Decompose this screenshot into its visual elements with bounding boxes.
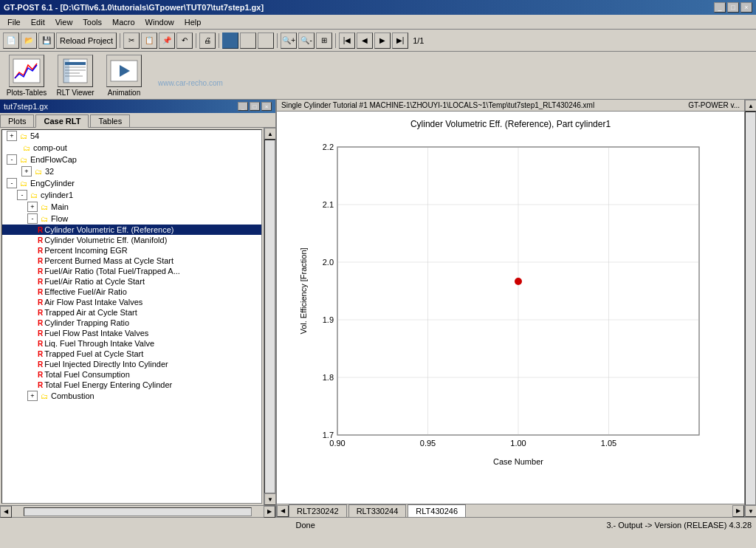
animation-icon-item[interactable]: Animation bbox=[102, 55, 146, 97]
save-btn[interactable]: 💾 bbox=[38, 32, 55, 49]
tree-label-engcylinder: EngCylinder bbox=[30, 179, 75, 188]
tree-item-cylinder1[interactable]: - 🗂 cylinder1 bbox=[2, 189, 261, 201]
tree-result-trap-ratio[interactable]: R Cylinder Trapping Ratio bbox=[2, 318, 261, 328]
tree-item-54[interactable]: + 🗂 54 bbox=[2, 130, 261, 142]
panel-close[interactable]: × bbox=[261, 102, 272, 111]
copy-btn[interactable]: 📋 bbox=[141, 32, 157, 49]
paste-btn[interactable]: 📌 bbox=[159, 32, 175, 49]
tree-item-combustion[interactable]: + 🗂 Combustion bbox=[2, 390, 261, 402]
tree-item-comp-out[interactable]: 🗂 comp-out bbox=[2, 142, 261, 154]
menu-edit[interactable]: Edit bbox=[27, 17, 49, 27]
rlt-viewer-icon[interactable] bbox=[58, 55, 93, 87]
close-button[interactable]: × bbox=[740, 2, 752, 13]
chart-tab-rlt430246[interactable]: RLT430246 bbox=[408, 504, 466, 517]
chart-tab-rlt230242[interactable]: RLT230242 bbox=[289, 504, 347, 517]
scroll-up-btn[interactable]: ▲ bbox=[264, 128, 275, 140]
tree-label-pct-burned: Percent Burned Mass at Cycle Start bbox=[44, 256, 173, 265]
tab-plots[interactable]: Plots bbox=[0, 114, 34, 127]
expand-main[interactable]: + bbox=[27, 202, 38, 212]
cut-btn[interactable]: ✂ bbox=[123, 32, 140, 49]
expand-endflowcap[interactable]: - bbox=[7, 154, 17, 165]
tree-result-cyl-vol-man[interactable]: R Cylinder Volumetric Eff. (Manifold) bbox=[2, 235, 261, 245]
tab-tables[interactable]: Tables bbox=[90, 114, 130, 127]
scroll-down-btn[interactable]: ▼ bbox=[264, 493, 275, 505]
view2-btn[interactable] bbox=[240, 32, 256, 49]
tree-result-pct-egr[interactable]: R Percent Incoming EGR bbox=[2, 245, 261, 256]
tree-result-eff-far[interactable]: R Effective Fuel/Air Ratio bbox=[2, 287, 261, 297]
rlt-viewer-icon-item[interactable]: RLT Viewer bbox=[53, 55, 97, 97]
zoom-out[interactable]: 🔍- bbox=[298, 32, 315, 49]
tree-result-total-fuel[interactable]: R Total Fuel Consumption bbox=[2, 369, 261, 380]
nav-prev[interactable]: ◀ bbox=[357, 32, 373, 49]
tree-result-trapped-air[interactable]: R Trapped Air at Cycle Start bbox=[2, 307, 261, 318]
view3-btn[interactable] bbox=[258, 32, 274, 49]
chart-scroll-up[interactable]: ▲ bbox=[745, 100, 756, 112]
tree-label-air-flow: Air Flow Past Intake Valves bbox=[44, 298, 142, 306]
tree-item-flow[interactable]: - 🗂 Flow bbox=[2, 213, 261, 225]
status-bar: Done 3.- Output -> Version (RELEASE) 4.3… bbox=[0, 517, 756, 532]
h-scroll-track[interactable] bbox=[24, 507, 252, 516]
tab-bar: Plots Case RLT Tables bbox=[0, 113, 275, 128]
zoom-in[interactable]: 🔍+ bbox=[281, 32, 297, 49]
h-scroll-right[interactable]: ▶ bbox=[264, 506, 275, 518]
expand-54[interactable]: + bbox=[7, 131, 17, 141]
tree-result-fuel-flow[interactable]: R Fuel Flow Past Intake Valves bbox=[2, 328, 261, 338]
menu-view[interactable]: View bbox=[51, 17, 78, 27]
tree-result-cyl-vol-ref[interactable]: R Cylinder Volumetric Eff. (Reference) bbox=[2, 225, 261, 235]
scroll-track[interactable] bbox=[264, 140, 275, 493]
expand-cylinder1[interactable]: - bbox=[17, 190, 27, 200]
menu-window[interactable]: Window bbox=[141, 17, 179, 27]
plots-tables-icon-item[interactable]: Plots-Tables bbox=[4, 55, 49, 97]
tree-result-liq-fuel[interactable]: R Liq. Fuel Through Intake Valve bbox=[2, 338, 261, 349]
tab-case-rlt[interactable]: Case RLT bbox=[35, 114, 89, 128]
tree-label-eff-far: Effective Fuel/Air Ratio bbox=[44, 287, 127, 296]
panel-minimize[interactable]: _ bbox=[238, 102, 248, 111]
expand-flow[interactable]: - bbox=[27, 213, 38, 224]
reload-btn[interactable]: Reload Project bbox=[56, 32, 117, 49]
menu-macro[interactable]: Macro bbox=[108, 17, 140, 27]
expand-combustion[interactable]: + bbox=[27, 391, 38, 401]
tree-result-far-total[interactable]: R Fuel/Air Ratio (Total Fuel/Trapped A..… bbox=[2, 266, 261, 276]
nav-last[interactable]: ▶| bbox=[392, 32, 408, 49]
result-icon-fuel-flow: R bbox=[38, 329, 43, 338]
print-btn[interactable]: 🖨 bbox=[199, 32, 216, 49]
h-scroll-left[interactable]: ◀ bbox=[0, 506, 12, 518]
chart-tab-rlt330244[interactable]: RLT330244 bbox=[348, 504, 407, 517]
minimize-button[interactable]: _ bbox=[714, 2, 726, 13]
tree-result-fuel-injected[interactable]: R Fuel Injected Directly Into Cylinder bbox=[2, 359, 261, 369]
maximize-button[interactable]: □ bbox=[727, 2, 739, 13]
chart-svg: 2.2 2.1 2.0 1.9 1.8 1.7 0.90 0.95 1.00 1… bbox=[293, 132, 729, 479]
tree-item-endflowcap[interactable]: - 🗂 EndFlowCap bbox=[2, 154, 261, 165]
undo-btn[interactable]: ↶ bbox=[176, 32, 193, 49]
tree-result-fuel-energy[interactable]: R Total Fuel Energy Entering Cylinder bbox=[2, 380, 261, 390]
expand-32[interactable]: + bbox=[21, 166, 32, 177]
chart-h-scroll-right[interactable]: ▶ bbox=[732, 505, 744, 517]
expand-engcylinder[interactable]: - bbox=[7, 178, 17, 188]
tree-label-main: Main bbox=[51, 202, 69, 211]
menu-bar: File Edit View Tools Macro Window Help bbox=[0, 15, 756, 30]
result-icon-trap-ratio: R bbox=[38, 319, 43, 327]
tree-item-main[interactable]: + 🗂 Main bbox=[2, 201, 261, 213]
tree-result-far-cycle[interactable]: R Fuel/Air Ratio at Cycle Start bbox=[2, 276, 261, 287]
nav-next[interactable]: ▶ bbox=[374, 32, 391, 49]
chart-scroll-down[interactable]: ▼ bbox=[745, 505, 756, 517]
tree-result-pct-burned[interactable]: R Percent Burned Mass at Cycle Start bbox=[2, 256, 261, 266]
plots-tables-icon[interactable] bbox=[9, 55, 44, 87]
tree-item-32[interactable]: + 🗂 32 bbox=[2, 165, 261, 177]
panel-maximize[interactable]: □ bbox=[250, 102, 260, 111]
zoom-fit[interactable]: ⊞ bbox=[316, 32, 332, 49]
animation-icon[interactable] bbox=[106, 55, 142, 87]
tree-item-engcylinder[interactable]: - 🗂 EngCylinder bbox=[2, 177, 261, 189]
tree-scroll-container: + 🗂 54 🗂 comp-out - 🗂 EndFlowCap bbox=[0, 128, 275, 505]
menu-tools[interactable]: Tools bbox=[78, 17, 106, 27]
nav-first[interactable]: |◀ bbox=[339, 32, 355, 49]
menu-help[interactable]: Help bbox=[180, 17, 206, 27]
open-btn[interactable]: 📂 bbox=[21, 32, 37, 49]
tree-result-trapped-fuel[interactable]: R Trapped Fuel at Cycle Start bbox=[2, 349, 261, 359]
new-btn[interactable]: 📄 bbox=[3, 32, 19, 49]
view1-btn[interactable] bbox=[222, 32, 238, 49]
menu-file[interactable]: File bbox=[3, 17, 25, 27]
chart-h-scroll-left[interactable]: ◀ bbox=[277, 505, 289, 517]
chart-scroll-track[interactable] bbox=[745, 112, 756, 505]
tree-result-air-flow[interactable]: R Air Flow Past Intake Valves bbox=[2, 297, 261, 307]
